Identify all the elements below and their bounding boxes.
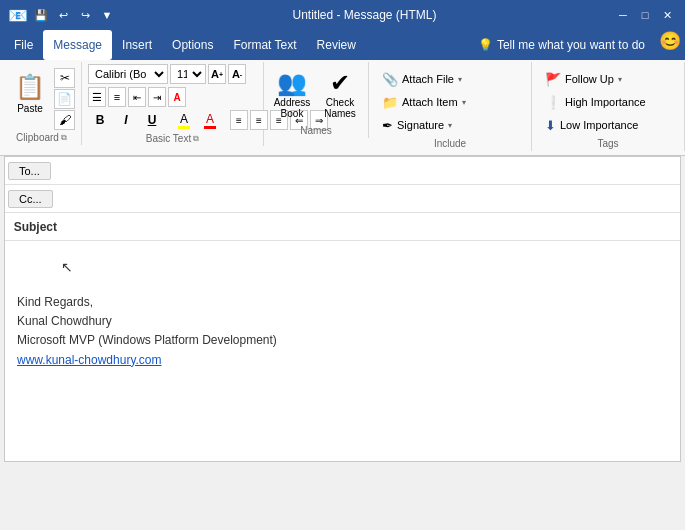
align-left-button[interactable]: ≡ [230,110,248,130]
styles-button[interactable]: A [168,87,186,107]
smiley-icon[interactable]: 😊 [659,30,681,60]
names-group: 👥 AddressBook ✔ CheckNames Names [266,62,369,138]
highlight-icon: A [180,112,188,126]
low-importance-label: Low Importance [560,119,638,131]
include-label: Include [434,136,466,149]
attach-item-dropdown-arrow: ▾ [462,98,466,107]
cut-button[interactable]: ✂ [54,68,75,88]
clipboard-group: 📋 Paste ✂ 📄 🖌 Clipboard ⧉ [4,62,82,145]
signature-line-2: Kunal Chowdhury [17,312,668,331]
lightbulb-icon: 💡 [478,38,493,52]
maximize-button[interactable]: □ [635,5,655,25]
menu-insert[interactable]: Insert [112,30,162,60]
menu-options[interactable]: Options [162,30,223,60]
tags-label: Tags [597,136,618,149]
paste-button[interactable]: 📋 Paste [8,64,52,120]
high-importance-label: High Importance [565,96,646,108]
cursor-indicator: ↖ [61,259,73,275]
names-label: Names [300,123,332,136]
follow-up-button[interactable]: 🚩 Follow Up ▾ [538,68,678,90]
low-importance-button[interactable]: ⬇ Low Importance [538,114,678,136]
address-book-button[interactable]: 👥 AddressBook [270,66,314,122]
to-input[interactable] [54,157,680,184]
qat-more-button[interactable]: ▼ [98,6,116,24]
increase-font-button[interactable]: A+ [208,64,226,84]
signature-line-3: Microsoft MVP (Windows Platform Developm… [17,331,668,350]
menu-bar: File Message Insert Options Format Text … [0,30,685,60]
menu-format-text[interactable]: Format Text [223,30,306,60]
ribbon: 📋 Paste ✂ 📄 🖌 Clipboard ⧉ Calibri (Bo 11 [0,60,685,156]
subject-label: Subject [5,220,65,234]
basic-text-label: Basic Text ⧉ [146,131,199,144]
font-size-select[interactable]: 11 [170,64,206,84]
numbering-button[interactable]: ≡ [108,87,126,107]
decrease-font-button[interactable]: A- [228,64,246,84]
decrease-indent-button[interactable]: ⇤ [128,87,146,107]
signature-link[interactable]: www.kunal-chowdhury.com [17,351,668,370]
bold-button[interactable]: B [88,110,112,130]
title-bar: 📧 💾 ↩ ↪ ▼ Untitled - Message (HTML) ─ □ … [0,0,685,30]
attach-item-label: Attach Item [402,96,458,108]
signature-icon: ✒ [382,118,393,133]
minimize-button[interactable]: ─ [613,5,633,25]
font-family-select[interactable]: Calibri (Bo [88,64,168,84]
high-importance-button[interactable]: ❕ High Importance [538,91,678,113]
redo-qat-button[interactable]: ↪ [76,6,94,24]
menu-review[interactable]: Review [307,30,366,60]
signature-area: Kind Regards, Kunal Chowdhury Microsoft … [17,293,668,370]
italic-button[interactable]: I [114,110,138,130]
compose-container: To... Cc... Subject ↖ Kind Regards, Kuna… [4,156,681,462]
signature-label: Signature [397,119,444,131]
attach-item-icon: 📁 [382,95,398,110]
bullets-button[interactable]: ☰ [88,87,106,107]
check-names-button[interactable]: ✔ CheckNames [318,66,362,122]
cc-button[interactable]: Cc... [8,190,53,208]
message-body[interactable]: ↖ Kind Regards, Kunal Chowdhury Microsof… [5,241,680,461]
format-row: B I U A A ≡ ≡ ≡ ⇐ ⇒ [88,110,257,130]
undo-qat-button[interactable]: ↩ [54,6,72,24]
paste-icon: 📋 [14,71,46,103]
signature-url[interactable]: www.kunal-chowdhury.com [17,353,162,367]
font-color-button[interactable]: A [198,110,222,130]
signature-line-1: Kind Regards, [17,293,668,312]
cc-row: Cc... [5,185,680,213]
format-painter-button[interactable]: 🖌 [54,110,75,130]
include-group: 📎 Attach File ▾ 📁 Attach Item ▾ ✒ Signat… [371,62,532,151]
font-row: Calibri (Bo 11 A+ A- [88,64,257,84]
address-book-label: AddressBook [274,97,311,119]
menu-message[interactable]: Message [43,30,112,60]
save-qat-button[interactable]: 💾 [32,6,50,24]
tags-group: 🚩 Follow Up ▾ ❕ High Importance ⬇ Low Im… [534,62,685,151]
tell-me-box[interactable]: 💡 Tell me what you want to do [468,30,655,60]
check-names-icon: ✔ [324,69,356,97]
copy-button[interactable]: 📄 [54,89,75,109]
follow-up-dropdown-arrow: ▾ [618,75,622,84]
attach-item-button[interactable]: 📁 Attach Item ▾ [375,91,525,113]
follow-up-icon: 🚩 [545,72,561,87]
high-importance-icon: ❕ [545,95,561,110]
close-button[interactable]: ✕ [657,5,677,25]
subject-input[interactable] [65,213,680,240]
tags-buttons: 🚩 Follow Up ▾ ❕ High Importance ⬇ Low Im… [538,68,678,136]
font-color-icon: A [206,112,214,126]
increase-indent-button[interactable]: ⇥ [148,87,166,107]
cc-input[interactable] [56,185,680,212]
window-controls: ─ □ ✕ [613,5,677,25]
clipboard-label: Clipboard ⧉ [16,130,67,143]
menu-file[interactable]: File [4,30,43,60]
basic-text-group: Calibri (Bo 11 A+ A- ☰ ≡ ⇤ ⇥ A B I U [84,62,264,146]
underline-button[interactable]: U [140,110,164,130]
to-row: To... [5,157,680,185]
tell-me-text: Tell me what you want to do [497,38,645,52]
include-buttons: 📎 Attach File ▾ 📁 Attach Item ▾ ✒ Signat… [375,68,525,136]
attach-file-button[interactable]: 📎 Attach File ▾ [375,68,525,90]
to-button[interactable]: To... [8,162,51,180]
low-importance-icon: ⬇ [545,118,556,133]
highlight-color-button[interactable]: A [172,110,196,130]
attach-file-icon: 📎 [382,72,398,87]
list-row: ☰ ≡ ⇤ ⇥ A [88,87,257,107]
follow-up-label: Follow Up [565,73,614,85]
address-book-icon: 👥 [276,69,308,97]
signature-dropdown-arrow: ▾ [448,121,452,130]
signature-button[interactable]: ✒ Signature ▾ [375,114,525,136]
